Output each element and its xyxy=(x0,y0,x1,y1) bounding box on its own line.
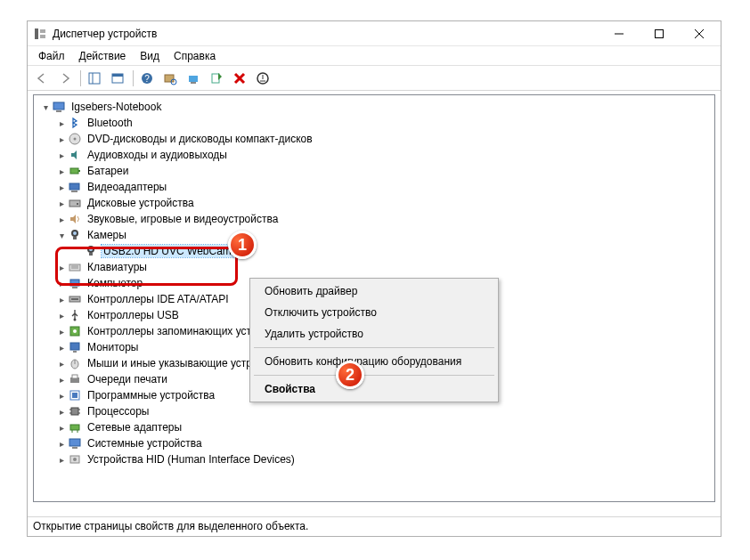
menu-view[interactable]: Вид xyxy=(133,48,167,64)
svg-rect-33 xyxy=(73,237,77,239)
svg-rect-7 xyxy=(89,73,100,84)
camera-icon xyxy=(84,244,98,258)
app-icon xyxy=(33,27,47,41)
chevron-right-icon[interactable]: ▸ xyxy=(55,165,68,177)
cm-disable-device[interactable]: Отключить устройство xyxy=(252,302,496,323)
svg-rect-1 xyxy=(40,29,45,33)
tree-category[interactable]: ▸DVD-дисководы и дисководы компакт-диско… xyxy=(34,131,714,147)
chevron-down-icon[interactable]: ▾ xyxy=(55,229,68,241)
tree-category[interactable]: ▸Процессоры xyxy=(34,403,714,419)
show-hide-tree-button[interactable] xyxy=(84,69,105,88)
chevron-right-icon[interactable]: ▸ xyxy=(55,133,68,145)
chevron-right-icon[interactable]: ▸ xyxy=(55,309,68,321)
cm-rescan-hardware[interactable]: Обновить конфигурацию оборудования xyxy=(252,351,496,372)
chevron-right-icon[interactable]: ▸ xyxy=(55,341,68,353)
svg-rect-60 xyxy=(70,425,79,430)
properties-toolbar-button[interactable] xyxy=(107,69,128,88)
chevron-right-icon[interactable]: ▸ xyxy=(55,437,68,450)
dvd-icon xyxy=(68,132,82,146)
tree-device-webcam[interactable]: USB2.0 HD UVC WebCam xyxy=(34,243,714,259)
tree-root[interactable]: ▾ Igsebers-Notebook xyxy=(34,99,714,115)
svg-rect-15 xyxy=(189,76,198,82)
svg-point-46 xyxy=(73,329,77,333)
chevron-right-icon[interactable]: ▸ xyxy=(55,293,68,305)
chevron-right-icon[interactable]: ▸ xyxy=(55,421,68,434)
enable-device-button[interactable] xyxy=(206,69,227,88)
tree-category[interactable]: ▸Устройства HID (Human Interface Devices… xyxy=(34,451,714,467)
tree-category[interactable]: ▸Звуковые, игровые и видеоустройства xyxy=(34,211,714,227)
svg-rect-27 xyxy=(69,183,79,190)
software-device-icon xyxy=(68,388,82,402)
chevron-right-icon[interactable]: ▸ xyxy=(55,389,68,402)
chevron-right-icon[interactable]: ▸ xyxy=(55,261,68,273)
svg-rect-43 xyxy=(71,298,78,300)
svg-point-35 xyxy=(89,248,93,251)
update-driver-button[interactable] xyxy=(183,69,204,88)
tree-category[interactable]: ▸Дисковые устройства xyxy=(34,195,714,211)
chevron-right-icon[interactable]: ▸ xyxy=(55,325,68,337)
svg-point-32 xyxy=(73,231,77,235)
menu-action[interactable]: Действие xyxy=(72,48,134,64)
titlebar: Диспетчер устройств xyxy=(28,21,721,46)
cm-remove-device[interactable]: Удалить устройство xyxy=(252,323,496,345)
chevron-right-icon[interactable]: ▸ xyxy=(55,405,68,418)
svg-rect-52 xyxy=(72,375,77,378)
disable-device-button[interactable] xyxy=(252,69,273,88)
tree-category[interactable]: ▸Системные устройства xyxy=(34,435,714,451)
ide-icon xyxy=(68,292,82,306)
chevron-right-icon[interactable]: ▸ xyxy=(55,357,68,369)
chevron-right-icon[interactable]: ▸ xyxy=(55,181,68,193)
cm-update-driver[interactable]: Обновить драйвер xyxy=(252,280,496,302)
root-label: Igsebers-Notebook xyxy=(69,101,163,113)
forward-button[interactable] xyxy=(54,69,76,88)
tree-category[interactable]: ▸Bluetooth xyxy=(34,115,714,131)
svg-rect-17 xyxy=(212,74,219,83)
minimize-button[interactable] xyxy=(599,21,639,46)
help-button[interactable]: ? xyxy=(136,69,158,88)
svg-rect-13 xyxy=(165,75,174,82)
svg-rect-0 xyxy=(35,28,38,39)
svg-rect-28 xyxy=(71,191,77,192)
status-text: Открытие страницы свойств для выделенног… xyxy=(33,520,308,532)
svg-rect-41 xyxy=(72,287,77,288)
close-button[interactable] xyxy=(679,21,719,46)
svg-rect-22 xyxy=(56,110,61,112)
network-icon xyxy=(68,420,82,434)
svg-rect-16 xyxy=(191,82,196,84)
svg-point-24 xyxy=(74,138,77,141)
chevron-right-icon[interactable]: ▸ xyxy=(55,213,68,225)
scan-hardware-button[interactable] xyxy=(159,69,181,88)
print-queue-icon xyxy=(68,372,82,386)
tree-category[interactable]: ▸Сетевые адаптеры xyxy=(34,419,714,435)
chevron-right-icon[interactable]: ▸ xyxy=(55,117,68,129)
cm-properties[interactable]: Свойства xyxy=(252,378,496,400)
svg-rect-40 xyxy=(70,280,79,286)
cpu-icon xyxy=(68,404,82,418)
tree-category[interactable]: ▸Аудиовходы и аудиовыходы xyxy=(34,147,714,163)
chevron-right-icon[interactable]: ▸ xyxy=(55,373,68,386)
svg-rect-54 xyxy=(72,393,77,398)
display-adapter-icon xyxy=(68,180,82,194)
svg-rect-48 xyxy=(73,351,77,353)
chevron-right-icon[interactable]: ▸ xyxy=(55,149,68,161)
toolbar: ? xyxy=(28,66,721,91)
chevron-right-icon[interactable]: ▸ xyxy=(55,197,68,209)
tree-category[interactable]: ▸Видеоадаптеры xyxy=(34,179,714,195)
keyboard-icon xyxy=(68,260,82,274)
tree-category[interactable]: ▸Клавиатуры xyxy=(34,259,714,275)
svg-rect-36 xyxy=(89,253,93,256)
chevron-right-icon[interactable]: ▸ xyxy=(55,453,68,466)
chevron-down-icon[interactable]: ▾ xyxy=(39,101,52,113)
back-button[interactable] xyxy=(31,69,53,88)
menu-file[interactable]: Файл xyxy=(31,48,72,64)
window-title: Диспетчер устройств xyxy=(53,28,599,40)
tree-category[interactable]: ▸Батареи xyxy=(34,163,714,179)
uninstall-device-button[interactable] xyxy=(229,69,250,88)
chevron-right-icon[interactable]: ▸ xyxy=(55,277,68,289)
maximize-button[interactable] xyxy=(639,21,679,46)
mouse-icon xyxy=(68,356,82,370)
menu-help[interactable]: Справка xyxy=(167,48,223,64)
annotation-badge-2: 2 xyxy=(336,361,364,389)
cm-separator xyxy=(254,375,494,376)
tree-category-cameras[interactable]: ▾Камеры xyxy=(34,227,714,243)
